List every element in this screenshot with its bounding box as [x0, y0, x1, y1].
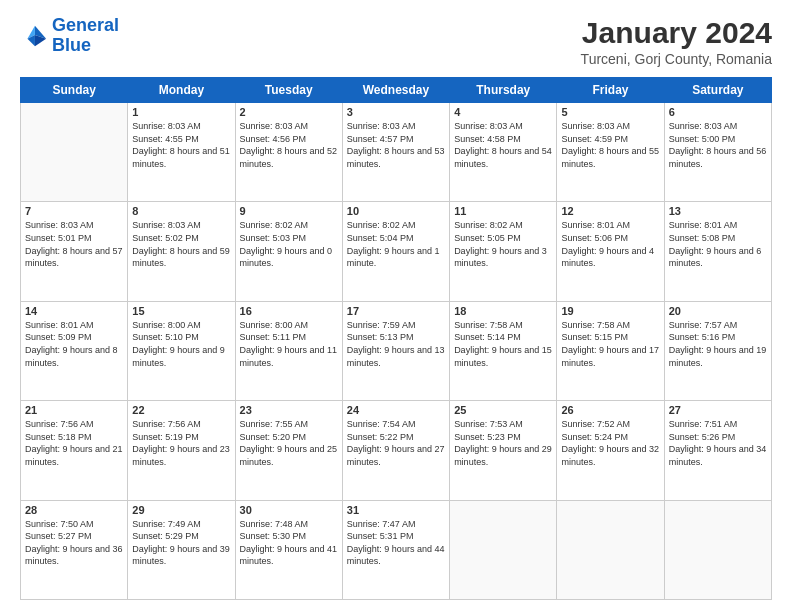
table-row: 23Sunrise: 7:55 AM Sunset: 5:20 PM Dayli…	[235, 401, 342, 500]
day-info: Sunrise: 7:56 AM Sunset: 5:18 PM Dayligh…	[25, 418, 123, 468]
day-number: 8	[132, 205, 230, 217]
header-saturday: Saturday	[664, 78, 771, 103]
table-row: 25Sunrise: 7:53 AM Sunset: 5:23 PM Dayli…	[450, 401, 557, 500]
table-row	[450, 500, 557, 599]
table-row	[664, 500, 771, 599]
calendar-week-4: 28Sunrise: 7:50 AM Sunset: 5:27 PM Dayli…	[21, 500, 772, 599]
day-info: Sunrise: 8:03 AM Sunset: 5:00 PM Dayligh…	[669, 120, 767, 170]
day-info: Sunrise: 7:54 AM Sunset: 5:22 PM Dayligh…	[347, 418, 445, 468]
day-info: Sunrise: 7:47 AM Sunset: 5:31 PM Dayligh…	[347, 518, 445, 568]
day-number: 28	[25, 504, 123, 516]
table-row: 29Sunrise: 7:49 AM Sunset: 5:29 PM Dayli…	[128, 500, 235, 599]
day-number: 27	[669, 404, 767, 416]
day-info: Sunrise: 8:02 AM Sunset: 5:05 PM Dayligh…	[454, 219, 552, 269]
day-number: 19	[561, 305, 659, 317]
table-row: 24Sunrise: 7:54 AM Sunset: 5:22 PM Dayli…	[342, 401, 449, 500]
table-row: 31Sunrise: 7:47 AM Sunset: 5:31 PM Dayli…	[342, 500, 449, 599]
table-row: 6Sunrise: 8:03 AM Sunset: 5:00 PM Daylig…	[664, 103, 771, 202]
day-info: Sunrise: 7:52 AM Sunset: 5:24 PM Dayligh…	[561, 418, 659, 468]
logo-line1: General	[52, 15, 119, 35]
table-row: 11Sunrise: 8:02 AM Sunset: 5:05 PM Dayli…	[450, 202, 557, 301]
day-info: Sunrise: 8:03 AM Sunset: 4:56 PM Dayligh…	[240, 120, 338, 170]
day-number: 15	[132, 305, 230, 317]
day-number: 13	[669, 205, 767, 217]
header-tuesday: Tuesday	[235, 78, 342, 103]
day-number: 4	[454, 106, 552, 118]
header-wednesday: Wednesday	[342, 78, 449, 103]
table-row: 10Sunrise: 8:02 AM Sunset: 5:04 PM Dayli…	[342, 202, 449, 301]
main-title: January 2024	[581, 16, 772, 49]
day-info: Sunrise: 8:00 AM Sunset: 5:10 PM Dayligh…	[132, 319, 230, 369]
day-number: 12	[561, 205, 659, 217]
day-info: Sunrise: 7:55 AM Sunset: 5:20 PM Dayligh…	[240, 418, 338, 468]
table-row: 15Sunrise: 8:00 AM Sunset: 5:10 PM Dayli…	[128, 301, 235, 400]
calendar-week-1: 7Sunrise: 8:03 AM Sunset: 5:01 PM Daylig…	[21, 202, 772, 301]
day-info: Sunrise: 8:02 AM Sunset: 5:04 PM Dayligh…	[347, 219, 445, 269]
day-number: 1	[132, 106, 230, 118]
day-info: Sunrise: 7:56 AM Sunset: 5:19 PM Dayligh…	[132, 418, 230, 468]
day-info: Sunrise: 8:00 AM Sunset: 5:11 PM Dayligh…	[240, 319, 338, 369]
day-info: Sunrise: 7:50 AM Sunset: 5:27 PM Dayligh…	[25, 518, 123, 568]
day-number: 16	[240, 305, 338, 317]
day-info: Sunrise: 7:51 AM Sunset: 5:26 PM Dayligh…	[669, 418, 767, 468]
table-row: 19Sunrise: 7:58 AM Sunset: 5:15 PM Dayli…	[557, 301, 664, 400]
day-info: Sunrise: 8:01 AM Sunset: 5:09 PM Dayligh…	[25, 319, 123, 369]
table-row: 16Sunrise: 8:00 AM Sunset: 5:11 PM Dayli…	[235, 301, 342, 400]
table-row: 2Sunrise: 8:03 AM Sunset: 4:56 PM Daylig…	[235, 103, 342, 202]
day-number: 25	[454, 404, 552, 416]
header-monday: Monday	[128, 78, 235, 103]
table-row: 9Sunrise: 8:02 AM Sunset: 5:03 PM Daylig…	[235, 202, 342, 301]
day-number: 30	[240, 504, 338, 516]
day-info: Sunrise: 8:03 AM Sunset: 4:58 PM Dayligh…	[454, 120, 552, 170]
day-number: 20	[669, 305, 767, 317]
day-info: Sunrise: 7:58 AM Sunset: 5:14 PM Dayligh…	[454, 319, 552, 369]
table-row: 12Sunrise: 8:01 AM Sunset: 5:06 PM Dayli…	[557, 202, 664, 301]
day-info: Sunrise: 8:02 AM Sunset: 5:03 PM Dayligh…	[240, 219, 338, 269]
day-info: Sunrise: 8:03 AM Sunset: 5:01 PM Dayligh…	[25, 219, 123, 269]
table-row: 30Sunrise: 7:48 AM Sunset: 5:30 PM Dayli…	[235, 500, 342, 599]
day-number: 17	[347, 305, 445, 317]
day-number: 7	[25, 205, 123, 217]
day-info: Sunrise: 7:57 AM Sunset: 5:16 PM Dayligh…	[669, 319, 767, 369]
day-number: 21	[25, 404, 123, 416]
day-info: Sunrise: 8:01 AM Sunset: 5:08 PM Dayligh…	[669, 219, 767, 269]
table-row: 8Sunrise: 8:03 AM Sunset: 5:02 PM Daylig…	[128, 202, 235, 301]
day-number: 22	[132, 404, 230, 416]
logo-line2: Blue	[52, 35, 91, 55]
table-row: 18Sunrise: 7:58 AM Sunset: 5:14 PM Dayli…	[450, 301, 557, 400]
table-row: 27Sunrise: 7:51 AM Sunset: 5:26 PM Dayli…	[664, 401, 771, 500]
subtitle: Turceni, Gorj County, Romania	[581, 51, 772, 67]
day-info: Sunrise: 7:48 AM Sunset: 5:30 PM Dayligh…	[240, 518, 338, 568]
title-block: January 2024 Turceni, Gorj County, Roman…	[581, 16, 772, 67]
day-number: 23	[240, 404, 338, 416]
logo-icon	[20, 22, 48, 50]
table-row	[557, 500, 664, 599]
day-number: 18	[454, 305, 552, 317]
table-row: 13Sunrise: 8:01 AM Sunset: 5:08 PM Dayli…	[664, 202, 771, 301]
table-row: 14Sunrise: 8:01 AM Sunset: 5:09 PM Dayli…	[21, 301, 128, 400]
day-info: Sunrise: 7:58 AM Sunset: 5:15 PM Dayligh…	[561, 319, 659, 369]
day-info: Sunrise: 8:03 AM Sunset: 4:59 PM Dayligh…	[561, 120, 659, 170]
day-number: 10	[347, 205, 445, 217]
table-row: 20Sunrise: 7:57 AM Sunset: 5:16 PM Dayli…	[664, 301, 771, 400]
header-sunday: Sunday	[21, 78, 128, 103]
table-row: 28Sunrise: 7:50 AM Sunset: 5:27 PM Dayli…	[21, 500, 128, 599]
day-number: 11	[454, 205, 552, 217]
table-row: 26Sunrise: 7:52 AM Sunset: 5:24 PM Dayli…	[557, 401, 664, 500]
day-info: Sunrise: 8:03 AM Sunset: 4:57 PM Dayligh…	[347, 120, 445, 170]
table-row: 5Sunrise: 8:03 AM Sunset: 4:59 PM Daylig…	[557, 103, 664, 202]
day-info: Sunrise: 7:53 AM Sunset: 5:23 PM Dayligh…	[454, 418, 552, 468]
page: General Blue January 2024 Turceni, Gorj …	[0, 0, 792, 612]
table-row: 22Sunrise: 7:56 AM Sunset: 5:19 PM Dayli…	[128, 401, 235, 500]
calendar-week-0: 1Sunrise: 8:03 AM Sunset: 4:55 PM Daylig…	[21, 103, 772, 202]
day-info: Sunrise: 8:03 AM Sunset: 4:55 PM Dayligh…	[132, 120, 230, 170]
table-row: 17Sunrise: 7:59 AM Sunset: 5:13 PM Dayli…	[342, 301, 449, 400]
header-thursday: Thursday	[450, 78, 557, 103]
day-info: Sunrise: 7:49 AM Sunset: 5:29 PM Dayligh…	[132, 518, 230, 568]
day-info: Sunrise: 8:03 AM Sunset: 5:02 PM Dayligh…	[132, 219, 230, 269]
table-row: 3Sunrise: 8:03 AM Sunset: 4:57 PM Daylig…	[342, 103, 449, 202]
day-number: 31	[347, 504, 445, 516]
header: General Blue January 2024 Turceni, Gorj …	[20, 16, 772, 67]
day-number: 29	[132, 504, 230, 516]
day-number: 2	[240, 106, 338, 118]
